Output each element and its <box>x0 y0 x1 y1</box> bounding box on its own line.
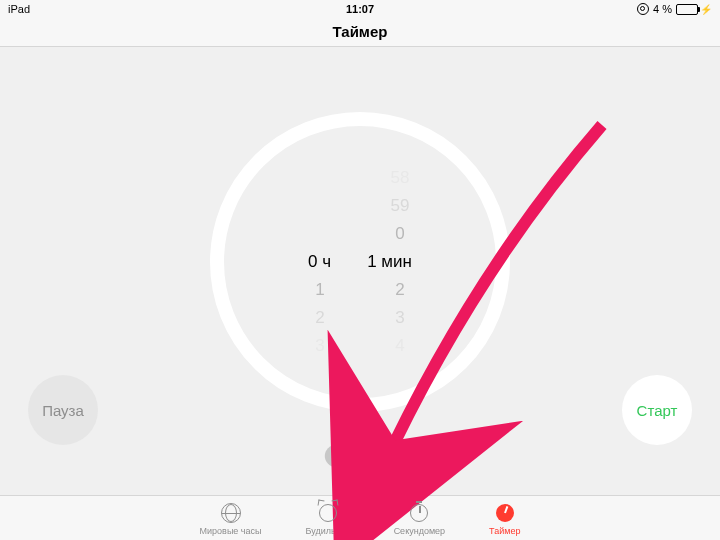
picker-min-p1: 2 <box>378 276 422 304</box>
status-time: 11:07 <box>0 3 720 15</box>
status-bar: iPad 11:07 4 % ⚡ <box>0 0 720 18</box>
picker-min-selected: 1 <box>367 252 376 271</box>
sound-label: Радар <box>355 448 395 464</box>
time-picker[interactable]: 58 59 0 0 ч 1 мин 12 23 34 <box>270 164 450 360</box>
picker-hour-m1 <box>298 220 342 248</box>
timer-main: 58 59 0 0 ч 1 мин 12 23 34 Пауза Старт ♫… <box>0 47 720 495</box>
picker-min-m1: 0 <box>378 220 422 248</box>
picker-hour-p1: 1 <box>298 276 342 304</box>
picker-min-p2: 3 <box>378 304 422 332</box>
timer-icon <box>494 502 516 524</box>
hours-unit-label: ч <box>322 252 331 271</box>
start-label: Старт <box>637 402 678 419</box>
tab-world-label: Мировые часы <box>200 526 262 536</box>
picker-min-m2: 59 <box>378 192 422 220</box>
orientation-lock-icon <box>637 3 649 15</box>
picker-hour-p3: 3 <box>298 332 342 360</box>
page-title: Таймер <box>0 18 720 47</box>
tab-world-clock[interactable]: Мировые часы <box>200 502 262 536</box>
start-button[interactable]: Старт <box>622 375 692 445</box>
picker-hour-m2 <box>298 192 342 220</box>
tab-bar: Мировые часы Будильник Секундомер Таймер <box>0 495 720 540</box>
sound-picker[interactable]: ♫ Радар <box>325 445 395 467</box>
music-note-icon: ♫ <box>325 445 347 467</box>
picker-hour-selected: 0 <box>308 252 317 271</box>
tab-timer[interactable]: Таймер <box>489 502 520 536</box>
picker-min-p3: 4 <box>378 332 422 360</box>
stopwatch-icon <box>408 502 430 524</box>
pause-button[interactable]: Пауза <box>28 375 98 445</box>
picker-hour-p2: 2 <box>298 304 342 332</box>
tab-stopwatch-label: Секундомер <box>394 526 445 536</box>
minutes-unit-label: мин <box>381 252 412 271</box>
tab-alarm-label: Будильник <box>306 526 350 536</box>
picker-hour-m3 <box>298 164 342 192</box>
pause-label: Пауза <box>42 402 84 419</box>
tab-alarm[interactable]: Будильник <box>306 502 350 536</box>
globe-icon <box>220 502 242 524</box>
picker-min-m3: 58 <box>378 164 422 192</box>
tab-stopwatch[interactable]: Секундомер <box>394 502 445 536</box>
tab-timer-label: Таймер <box>489 526 520 536</box>
alarm-icon <box>317 502 339 524</box>
